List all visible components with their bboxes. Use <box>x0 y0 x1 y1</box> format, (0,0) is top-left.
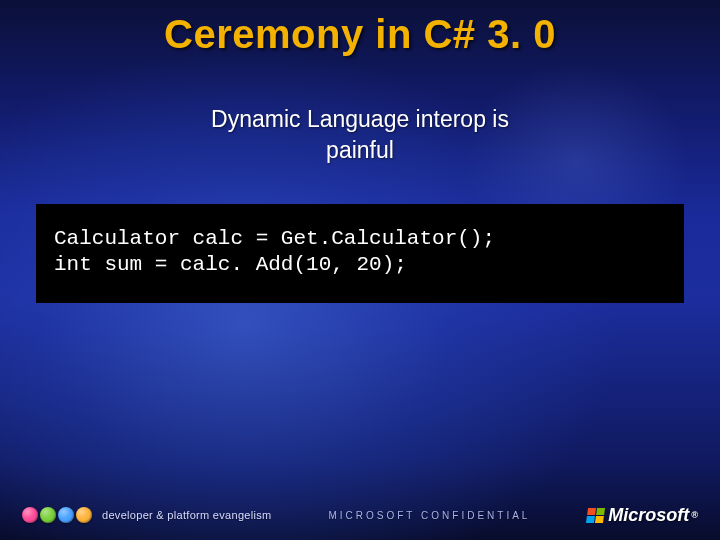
dpe-dots-icon <box>22 507 92 523</box>
dot-icon <box>40 507 56 523</box>
slide-footer: developer & platform evangelism MICROSOF… <box>0 496 720 540</box>
footer-left: developer & platform evangelism <box>22 507 272 523</box>
footer-confidential: MICROSOFT CONFIDENTIAL <box>328 510 530 521</box>
microsoft-logo-text: Microsoft <box>608 505 689 526</box>
subtitle-line-1: Dynamic Language interop is <box>211 106 509 132</box>
footer-brand-sub: developer & platform evangelism <box>102 509 272 521</box>
microsoft-logo: Microsoft® <box>587 505 698 526</box>
dot-icon <box>58 507 74 523</box>
slide-subtitle: Dynamic Language interop is painful <box>0 104 720 166</box>
code-content: Calculator calc = Get.Calculator(); int … <box>54 226 666 279</box>
microsoft-flag-icon <box>586 508 605 523</box>
dot-icon <box>76 507 92 523</box>
dot-icon <box>22 507 38 523</box>
code-block: Calculator calc = Get.Calculator(); int … <box>36 204 684 303</box>
registered-icon: ® <box>691 510 698 520</box>
subtitle-line-2: painful <box>326 137 394 163</box>
slide-title: Ceremony in C# 3. 0 <box>0 12 720 57</box>
